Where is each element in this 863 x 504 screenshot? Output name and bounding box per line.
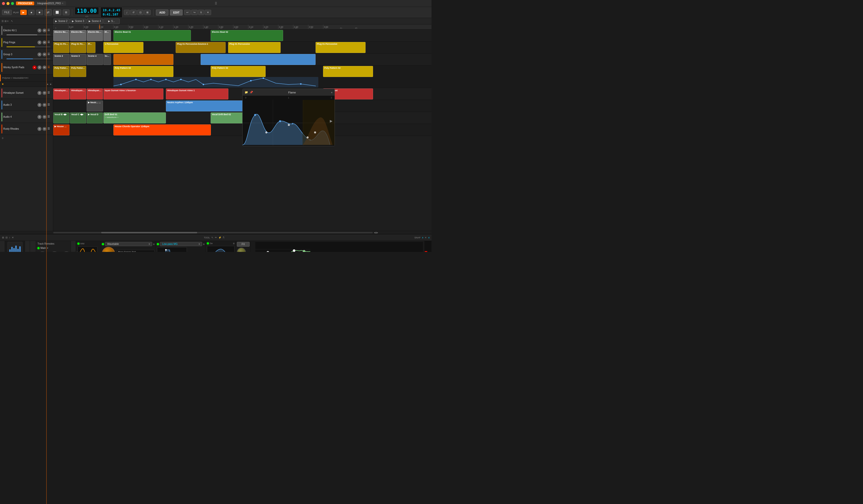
clip-plug-percussive3[interactable]: Plug 01 Percussive: [315, 42, 365, 53]
fader-plug[interactable]: [7, 47, 50, 47]
filter-menu-icon[interactable]: ≡: [203, 243, 205, 245]
track-menu-group3[interactable]: ☰: [48, 52, 51, 56]
solo-button-audio3[interactable]: S: [37, 103, 41, 107]
clip-audio3-neutr[interactable]: ▶ Neutr... ▶◀: [87, 100, 103, 111]
tab-close-icon[interactable]: ×: [62, 2, 63, 5]
loop-mode-button[interactable]: ↺: [130, 10, 137, 15]
clip-himalayan-2[interactable]: Himalayan ...: [70, 88, 86, 99]
scroll-right[interactable]: ▶: [376, 231, 378, 234]
clip-rusty-1[interactable]: ▶ House Cho...: [53, 124, 70, 136]
playhead[interactable]: [99, 25, 100, 29]
bottom-toolbar-icon1[interactable]: ⊞: [2, 236, 4, 239]
scene2-button[interactable]: ▶Scene 2: [53, 18, 70, 24]
track-menu-wonky[interactable]: ☰: [48, 65, 51, 70]
edit-button[interactable]: EDIT: [170, 10, 183, 15]
clip-audio4-vocalb[interactable]: Vocal B ◀▶: [53, 112, 70, 124]
flame-close-button[interactable]: ×: [331, 91, 333, 94]
bpm-display[interactable]: 110.00: [75, 7, 99, 15]
octave-knob[interactable]: [49, 251, 60, 252]
view-toggle[interactable]: ☰ ⊞ ≡: [1, 20, 9, 23]
solo-button-group3[interactable]: S: [37, 52, 41, 56]
clip-wonky-poly2[interactable]: Poly Pattern 02: [113, 66, 173, 77]
mute-button-plug[interactable]: M: [42, 40, 47, 45]
solo-button-rusty[interactable]: S: [37, 127, 41, 131]
tool-pen[interactable]: ✏: [215, 236, 217, 239]
delete-button[interactable]: ✕: [205, 10, 211, 15]
scene4-button[interactable]: ▶Scene 4: [87, 18, 103, 24]
bottom-toolbar-icon2[interactable]: ⊟: [5, 236, 8, 239]
wavetable-selector[interactable]: Wavetable ▾: [105, 242, 152, 246]
clip-group3-sc[interactable]: Sc...: [103, 54, 111, 65]
punch-button[interactable]: ⊡: [137, 10, 144, 15]
mute-button-audio3[interactable]: M: [42, 103, 47, 107]
minimize-traffic-light[interactable]: [7, 2, 10, 5]
clip-audio4-vocalc[interactable]: Vocal C ◀▶: [70, 112, 86, 124]
clip-wonky-2[interactable]: Poly Patter...: [70, 66, 86, 77]
fx-button[interactable]: FX: [237, 242, 250, 247]
clip-wonky-poly2c[interactable]: Poly Pattern 02: [323, 66, 373, 77]
star-icon[interactable]: ★: [1, 83, 4, 86]
add-track-button[interactable]: +: [1, 136, 4, 140]
clip-button[interactable]: ⬜: [53, 10, 61, 15]
tool-envelope[interactable]: /\: [223, 236, 224, 239]
clip-audio4-driftbed01[interactable]: Drift Bed 01~~waveform~~: [103, 112, 166, 124]
track-menu-himalayan[interactable]: ☰: [48, 91, 51, 95]
bottom-toolbar-icon3[interactable]: ↕: [9, 236, 10, 239]
track-menu-plug[interactable]: ☰: [48, 40, 51, 45]
bottom-toolbar-icon4[interactable]: ✕: [12, 236, 14, 239]
clip-plug-2[interactable]: Plug 01 Per...: [70, 42, 86, 53]
clip-group3-scene2[interactable]: Scene 2: [53, 54, 70, 65]
close-traffic-light[interactable]: [2, 2, 5, 5]
close-icon[interactable]: ×: [50, 83, 51, 86]
clip-plug-3[interactable]: Pl...: [87, 42, 96, 53]
filter-selector[interactable]: Low-pass MG ▾: [160, 242, 202, 246]
mute-button-audio4[interactable]: M: [42, 115, 47, 119]
eq-point-3[interactable]: [293, 249, 295, 252]
wavetable-power[interactable]: [102, 243, 104, 245]
scene3-button[interactable]: ▶Scene 3: [70, 18, 86, 24]
clip-audio4-vocald[interactable]: ▶ Vocal D: [87, 112, 103, 124]
clip-wonky-1[interactable]: Poly Patter...: [53, 66, 70, 77]
redo-button[interactable]: ↪: [191, 10, 198, 15]
solo-button-plug[interactable]: S: [37, 40, 41, 45]
clip-himalayan-3[interactable]: Himalayan ...: [87, 88, 103, 99]
track-menu-electro[interactable]: ☰: [48, 28, 51, 33]
output-menu[interactable]: ≡: [233, 242, 235, 245]
undo-button[interactable]: ↩: [184, 10, 191, 15]
solo-button-electro[interactable]: S: [37, 28, 41, 33]
flame-play-button[interactable]: ▶: [330, 119, 333, 123]
solo-button-wonky[interactable]: S: [37, 65, 41, 70]
clip-electro-3[interactable]: Electro Bea...: [87, 30, 103, 41]
waveform-knob[interactable]: [61, 251, 72, 252]
wavetable-main-knob[interactable]: [102, 247, 115, 252]
clip-electro-4[interactable]: El...: [103, 30, 111, 41]
clip-himalayan-atmo-bounce[interactable]: iayan Sunset Atmo 1-bounce-: [103, 88, 163, 99]
scroll-left[interactable]: ◀: [374, 231, 376, 234]
copy-button[interactable]: ⎘: [198, 10, 204, 15]
eq-point-1[interactable]: [266, 251, 269, 252]
clip-himalayan-atmo1[interactable]: Himalayan Sunset Atmo 1: [166, 88, 228, 99]
file-button[interactable]: FILE: [2, 10, 12, 15]
clip-wonky-poly2b[interactable]: Poly Pattern 02: [211, 66, 266, 77]
clip-plug-percussive2[interactable]: Plug 01 Percussive: [228, 42, 280, 53]
position-display[interactable]: 19.4.2.45 0:41.107: [100, 7, 122, 18]
play-button[interactable]: ▶: [20, 10, 27, 15]
osc-sub-knob[interactable]: [37, 251, 48, 252]
clip-electro-beat01[interactable]: Electro Beat 01: [113, 30, 191, 41]
track-menu-audio3[interactable]: ☰: [48, 103, 51, 107]
wavetable-menu-icon[interactable]: ≡: [153, 243, 155, 245]
loop-button[interactable]: ⇄: [45, 9, 52, 15]
clip-group3-scene3[interactable]: Scene 3: [70, 54, 86, 65]
track-menu-rusty[interactable]: ☰: [48, 127, 51, 131]
main-dropdown-arrow[interactable]: ▾: [47, 247, 48, 249]
clip-electro-2[interactable]: Electro Bea...: [70, 30, 86, 41]
filter-power[interactable]: [157, 243, 159, 245]
mute-button-himalayan[interactable]: M: [42, 91, 47, 95]
clip-group3-scene4[interactable]: Scene 4: [87, 54, 103, 65]
tool-cursor[interactable]: ↖: [211, 236, 213, 239]
eq-point-4[interactable]: [303, 250, 305, 252]
expand-button[interactable]: ⊞: [63, 10, 70, 15]
fx-knob1[interactable]: [237, 248, 246, 252]
horizontal-scrollbar[interactable]: ◀ ▶: [0, 231, 432, 234]
scene5-button[interactable]: ▶S...: [103, 18, 120, 24]
